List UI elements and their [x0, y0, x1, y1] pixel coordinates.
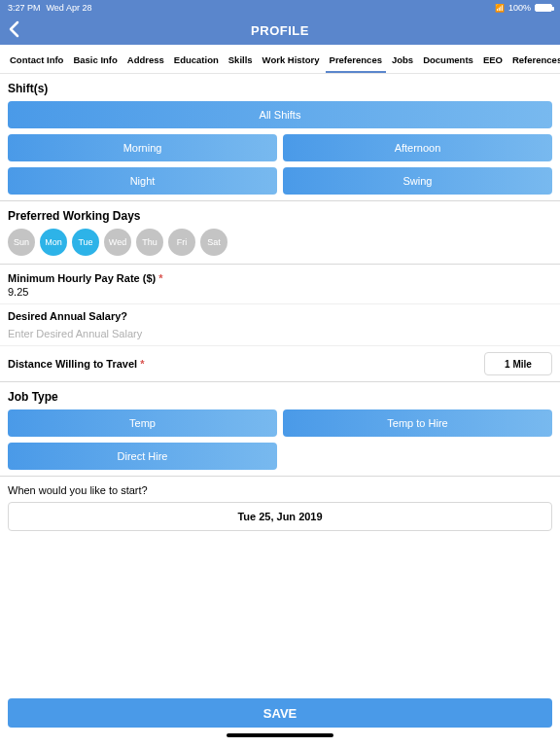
day-tue[interactable]: Tue [72, 229, 99, 256]
day-sat[interactable]: Sat [200, 229, 228, 256]
day-fri[interactable]: Fri [168, 229, 195, 256]
shift-all-button[interactable]: All Shifts [8, 101, 552, 128]
day-wed[interactable]: Wed [104, 229, 131, 256]
pay-value[interactable]: 9.25 [8, 286, 552, 298]
jobtype-temp-button[interactable]: Temp [8, 409, 277, 437]
status-bar: 3:27 PM Wed Apr 28 100% [0, 0, 560, 16]
days-label: Preferred Working Days [8, 209, 552, 223]
start-label: When would you like to start? [8, 484, 552, 496]
day-thu[interactable]: Thu [136, 229, 163, 256]
tab-work-history[interactable]: Work History [259, 49, 324, 73]
shift-swing-button[interactable]: Swing [283, 167, 552, 195]
wifi-icon [495, 3, 505, 13]
salary-input[interactable] [8, 326, 552, 345]
header: PROFILE [0, 16, 560, 45]
battery-icon [535, 4, 552, 12]
status-time: 3:27 PM [8, 3, 41, 13]
tab-documents[interactable]: Documents [419, 49, 477, 73]
salary-label: Desired Annual Salary? [8, 310, 552, 322]
battery-pct: 100% [508, 3, 531, 13]
tabs: Contact InfoBasic InfoAddressEducationSk… [0, 45, 560, 74]
shifts-label: Shift(s) [8, 82, 552, 95]
home-indicator [227, 733, 333, 737]
travel-select[interactable]: 1 Mile [484, 352, 552, 375]
save-button[interactable]: SAVE [8, 698, 552, 728]
day-sun[interactable]: Sun [8, 229, 35, 256]
travel-label: Distance Willing to Travel * [8, 358, 145, 370]
start-date-picker[interactable]: Tue 25, Jun 2019 [8, 502, 552, 531]
jobtype-directhire-button[interactable]: Direct Hire [8, 443, 277, 470]
tab-address[interactable]: Address [123, 49, 168, 73]
tab-jobs[interactable]: Jobs [388, 49, 417, 73]
status-date: Wed Apr 28 [47, 3, 92, 13]
tab-skills[interactable]: Skills [225, 49, 257, 73]
page-title: PROFILE [251, 23, 309, 38]
tab-preferences[interactable]: Preferences [326, 49, 386, 73]
tab-references[interactable]: References [508, 49, 560, 73]
days-row: SunMonTueWedThuFriSat [8, 229, 552, 256]
jobtype-label: Job Type [8, 390, 552, 404]
tab-contact-info[interactable]: Contact Info [6, 49, 67, 73]
tab-eeo[interactable]: EEO [479, 49, 507, 73]
day-mon[interactable]: Mon [40, 229, 67, 256]
jobtype-temptohire-button[interactable]: Temp to Hire [283, 409, 552, 437]
chevron-left-icon [8, 20, 19, 38]
back-button[interactable] [8, 20, 19, 41]
shift-night-button[interactable]: Night [8, 167, 277, 195]
tab-education[interactable]: Education [170, 49, 223, 73]
shift-afternoon-button[interactable]: Afternoon [283, 134, 552, 161]
pay-label: Minimum Hourly Pay Rate ($) * [8, 272, 552, 284]
shift-morning-button[interactable]: Morning [8, 134, 277, 161]
tab-basic-info[interactable]: Basic Info [69, 49, 121, 73]
